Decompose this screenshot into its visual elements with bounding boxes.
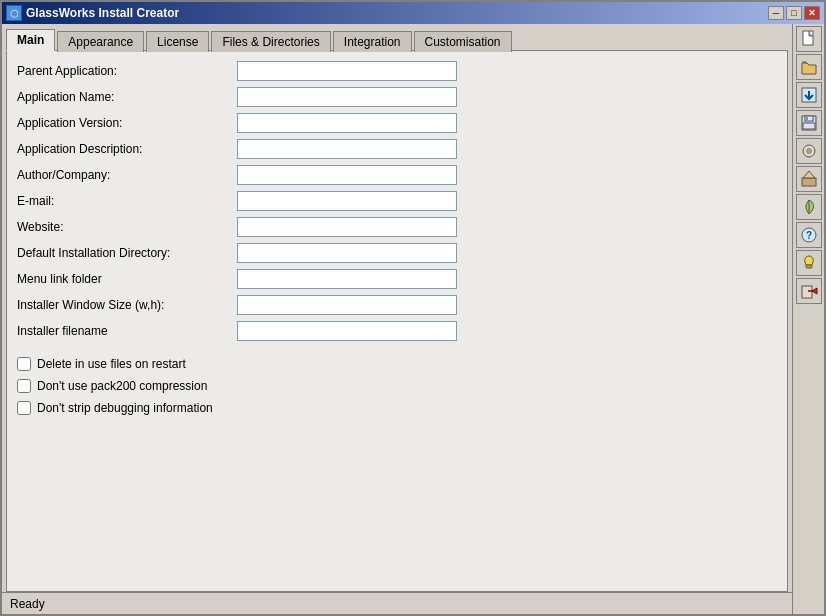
label-installer-window-size: Installer Window Size (w,h): [17, 298, 237, 312]
svg-point-8 [806, 149, 811, 154]
close-button[interactable]: ✕ [804, 6, 820, 20]
svg-rect-6 [803, 123, 815, 129]
status-bar: Ready [2, 592, 792, 614]
app-icon: ⬡ [6, 5, 22, 21]
svg-rect-5 [806, 117, 808, 120]
tab-integration[interactable]: Integration [333, 31, 412, 52]
form-row-installer-filename: Installer filename [17, 321, 777, 341]
form-row-default-install-dir: Default Installation Directory: [17, 243, 777, 263]
title-bar-left: ⬡ GlassWorks Install Creator [6, 5, 179, 21]
label-application-description: Application Description: [17, 142, 237, 156]
tab-main[interactable]: Main [6, 29, 55, 51]
checkboxes-section: Delete in use files on restart Don't use… [17, 357, 777, 415]
form-row-application-name: Application Name: [17, 87, 777, 107]
toolbar-feather-button[interactable] [796, 194, 822, 220]
svg-rect-9 [802, 178, 816, 186]
status-text: Ready [10, 597, 45, 611]
toolbar-exit-button[interactable] [796, 278, 822, 304]
svg-marker-10 [803, 171, 815, 178]
tab-customisation[interactable]: Customisation [414, 31, 512, 52]
input-installer-filename[interactable] [237, 321, 457, 341]
checkbox-row-no-pack200: Don't use pack200 compression [17, 379, 777, 393]
tab-license[interactable]: License [146, 31, 209, 52]
toolbar-save-button[interactable] [796, 110, 822, 136]
label-author-company: Author/Company: [17, 168, 237, 182]
label-email: E-mail: [17, 194, 237, 208]
minimize-button[interactable]: ─ [768, 6, 784, 20]
content-area: Main Appearance License Files & Director… [2, 24, 824, 614]
window-title: GlassWorks Install Creator [26, 6, 179, 20]
main-panel: Main Appearance License Files & Director… [2, 24, 792, 614]
svg-rect-14 [806, 265, 812, 268]
label-menu-link-folder: Menu link folder [17, 272, 237, 286]
title-bar-buttons: ─ □ ✕ [768, 6, 820, 20]
form-row-application-description: Application Description: [17, 139, 777, 159]
maximize-button[interactable]: □ [786, 6, 802, 20]
checkbox-row-no-strip-debug: Don't strip debugging information [17, 401, 777, 415]
toolbar-settings-button[interactable] [796, 138, 822, 164]
label-no-pack200: Don't use pack200 compression [37, 379, 207, 393]
input-website[interactable] [237, 217, 457, 237]
input-installer-window-size[interactable] [237, 295, 457, 315]
checkbox-no-strip-debug[interactable] [17, 401, 31, 415]
input-email[interactable] [237, 191, 457, 211]
label-website: Website: [17, 220, 237, 234]
tab-bar: Main Appearance License Files & Director… [2, 24, 792, 50]
input-application-name[interactable] [237, 87, 457, 107]
form-row-email: E-mail: [17, 191, 777, 211]
label-parent-application: Parent Application: [17, 64, 237, 78]
label-application-name: Application Name: [17, 90, 237, 104]
toolbar-lightbulb-button[interactable] [796, 250, 822, 276]
label-application-version: Application Version: [17, 116, 237, 130]
toolbar-build-button[interactable] [796, 166, 822, 192]
svg-text:?: ? [806, 230, 812, 241]
form-row-menu-link-folder: Menu link folder [17, 269, 777, 289]
input-default-install-dir[interactable] [237, 243, 457, 263]
input-menu-link-folder[interactable] [237, 269, 457, 289]
form-row-installer-window-size: Installer Window Size (w,h): [17, 295, 777, 315]
tab-appearance[interactable]: Appearance [57, 31, 144, 52]
right-toolbar: ? [792, 24, 824, 614]
form-row-website: Website: [17, 217, 777, 237]
title-bar: ⬡ GlassWorks Install Creator ─ □ ✕ [2, 2, 824, 24]
input-application-version[interactable] [237, 113, 457, 133]
form-panel: Parent Application: Application Name: Ap… [6, 50, 788, 592]
input-author-company[interactable] [237, 165, 457, 185]
checkbox-delete-files[interactable] [17, 357, 31, 371]
main-window: ⬡ GlassWorks Install Creator ─ □ ✕ Main … [0, 0, 826, 616]
svg-rect-0 [803, 31, 813, 45]
toolbar-import-button[interactable] [796, 82, 822, 108]
toolbar-help-button[interactable]: ? [796, 222, 822, 248]
checkbox-no-pack200[interactable] [17, 379, 31, 393]
form-row-application-version: Application Version: [17, 113, 777, 133]
svg-rect-15 [802, 286, 812, 298]
input-application-description[interactable] [237, 139, 457, 159]
label-default-install-dir: Default Installation Directory: [17, 246, 237, 260]
toolbar-open-button[interactable] [796, 54, 822, 80]
label-delete-files: Delete in use files on restart [37, 357, 186, 371]
input-parent-application[interactable] [237, 61, 457, 81]
form-row-author-company: Author/Company: [17, 165, 777, 185]
tab-files-directories[interactable]: Files & Directories [211, 31, 330, 52]
label-installer-filename: Installer filename [17, 324, 237, 338]
toolbar-new-file-button[interactable] [796, 26, 822, 52]
label-no-strip-debug: Don't strip debugging information [37, 401, 213, 415]
checkbox-row-delete-files: Delete in use files on restart [17, 357, 777, 371]
form-row-parent-application: Parent Application: [17, 61, 777, 81]
